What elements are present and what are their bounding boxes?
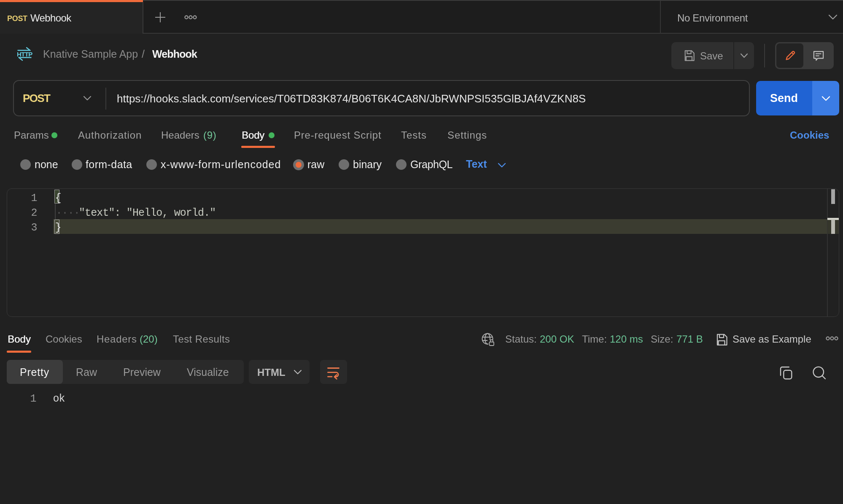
svg-text:HTTP: HTTP	[17, 51, 32, 58]
